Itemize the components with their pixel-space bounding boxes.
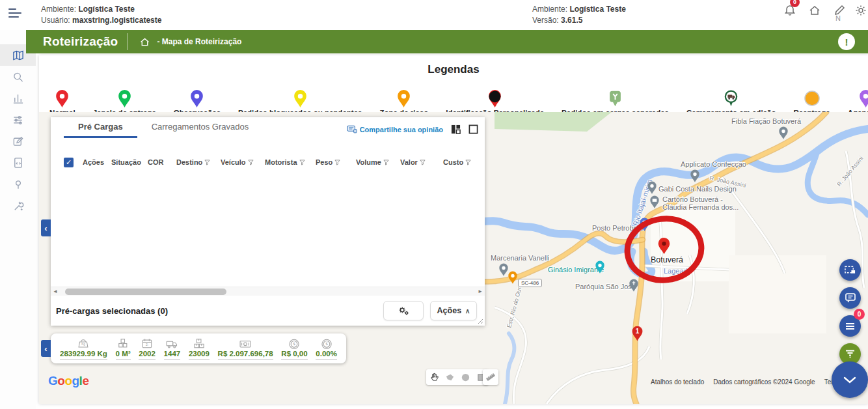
stat-value[interactable]: 0 M³ [116,350,131,360]
filter-funnel-icon [845,350,855,358]
filter-icon[interactable] [334,160,340,165]
panel-collapse-button[interactable]: ‹ [41,219,51,236]
road-shield: SC-486 [518,279,542,287]
map-drawing-toolbar [426,369,489,385]
sidebar-item-search-icon[interactable] [0,66,36,87]
fab-selection-tool[interactable] [839,259,861,281]
top-header-bar: Ambiente: Logística Teste Usuário: maxst… [0,0,868,30]
circle-tool[interactable] [457,369,473,385]
select-all-checkbox[interactable]: ✓ [64,158,74,167]
usuario-label: Usuário: [41,16,70,25]
column-header-custo: Custo [443,158,481,166]
map-pin-numbered-icon[interactable]: 1 [631,326,644,342]
home-icon[interactable] [808,4,821,17]
weight-icon: Kg [77,337,90,349]
filter-icon[interactable] [383,160,389,165]
legend-pin-icon [608,90,623,108]
map-pin-applicato-icon[interactable] [690,169,700,183]
stat-banknote: R$ 2.097.696,78 [218,337,273,360]
hamburger-menu-icon[interactable] [8,8,23,20]
sidebar-item-sliders-icon[interactable] [0,109,36,130]
breadcrumb: - Mapa de Roteirização [157,37,241,46]
google-logo[interactable]: Google [48,374,88,388]
column-label: Custo [443,158,463,166]
map-label-applicato: Applicato Confecção [681,160,746,168]
fab-expand-down[interactable] [832,361,868,398]
stat-value[interactable]: 1447 [164,350,181,360]
horizontal-scrollbar[interactable]: ◄ ► [51,287,485,296]
pan-hand-tool[interactable] [426,369,442,385]
settings-gear-icon[interactable] [854,4,867,17]
legend-pin-icon [804,90,821,108]
map-pin-ginasio-icon[interactable] [595,261,605,274]
legend-pin-icon [724,90,739,108]
stat-boxes: 23009 [189,337,210,360]
ambiente-value: Logística Teste [78,5,134,14]
filter-icon[interactable] [299,160,305,165]
tab-pre-cargas[interactable]: Pré Cargas [64,117,137,138]
stat-value[interactable]: 2002 [139,350,156,360]
alert-button[interactable]: ! [838,33,855,50]
scroll-left-arrow[interactable]: ◄ [51,289,60,294]
stat-value[interactable]: 23009 [189,350,210,360]
expand-square-icon[interactable] [468,124,478,134]
left-sidebar [0,30,36,409]
map-pin-restaurant-icon[interactable] [508,271,518,285]
column-header-situação: Situação [111,158,148,166]
acoes-button[interactable]: Ações ∧ [430,301,477,320]
filter-icon[interactable] [248,160,254,165]
stat-coin: $R$ 0,00 [281,337,307,360]
column-label: Situação [111,158,141,166]
numbered-pin-label: 1 [631,328,644,335]
map-pin-cartorio-icon[interactable] [649,195,660,209]
legend-pin-icon [293,90,308,108]
measure-ruler-tool[interactable] [483,369,498,385]
stat-value[interactable]: 283929.99 Kg [60,350,107,360]
filter-icon[interactable] [204,160,210,165]
tab-carregamentos-gravados[interactable]: Carregamentos Gravados [137,117,264,138]
environment-info: Ambiente: Logística Teste Usuário: maxst… [41,4,161,26]
map-label-cartorio-1: Cartório Botuverá - [662,195,723,203]
svg-text:Kg: Kg [82,343,86,346]
stat-value[interactable]: R$ 2.097.696,78 [218,350,273,360]
sidebar-item-bar-chart-icon[interactable] [0,87,36,109]
module-nav-bar: Roteirização - Mapa de Roteirização ! [26,30,868,53]
svg-text:2:: 2: [146,343,148,346]
selected-count-label: Pré-cargas selecionadas (0) [56,306,168,316]
legend-pin-icon [189,90,204,108]
stat-calendar: 2:2002 [139,337,156,360]
table-header-row: ✓ AçõesSituaçãoCORDestinoVeículoMotorist… [51,154,485,171]
sidebar-item-location-pin-icon[interactable] [0,173,36,195]
feedback-link[interactable]: Compartilhe sua opinião [347,125,443,134]
column-label: Ações [83,158,104,166]
scrollbar-thumb[interactable] [65,289,226,295]
calendar-icon: 2: [141,337,154,349]
selection-rectangle-icon [845,265,856,275]
sidebar-item-compose-icon[interactable] [0,130,36,152]
stat-value[interactable]: R$ 0,00 [281,350,307,360]
list-lines-icon [845,322,855,330]
polygon-tool[interactable] [442,369,457,385]
settings-gears-button[interactable] [383,301,424,320]
stats-collapse-button[interactable]: ‹ [41,340,51,357]
map-pin-gabi-icon[interactable] [647,181,657,195]
keyboard-shortcuts-link[interactable]: Atalhos do teclado [651,378,704,386]
scrollbar-track[interactable] [60,287,476,296]
versao-label: Versão: [532,16,559,25]
banknote-icon [239,337,252,349]
location-pin-icon [12,178,24,190]
panel-resize-handle[interactable] [478,318,483,324]
fab-chat[interactable] [839,287,861,309]
legend-title: Legendas [39,55,868,76]
layout-grid-icon[interactable] [451,124,461,134]
stat-value[interactable]: 0.00% [316,350,337,360]
filter-icon[interactable] [465,160,471,165]
breadcrumb-home-icon[interactable] [139,36,150,48]
totals-stats-bar: ‹ Kg283929.99 Kg0 M³2:2002144723009R$ 2.… [51,333,346,363]
sidebar-item-tools-icon[interactable] [0,195,36,216]
sidebar-item-document-code-icon[interactable] [0,152,36,173]
scroll-right-arrow[interactable]: ► [476,289,485,294]
map-pin-fibla-icon[interactable] [778,126,789,140]
stray-character: N [835,14,841,22]
filter-icon[interactable] [420,160,426,165]
